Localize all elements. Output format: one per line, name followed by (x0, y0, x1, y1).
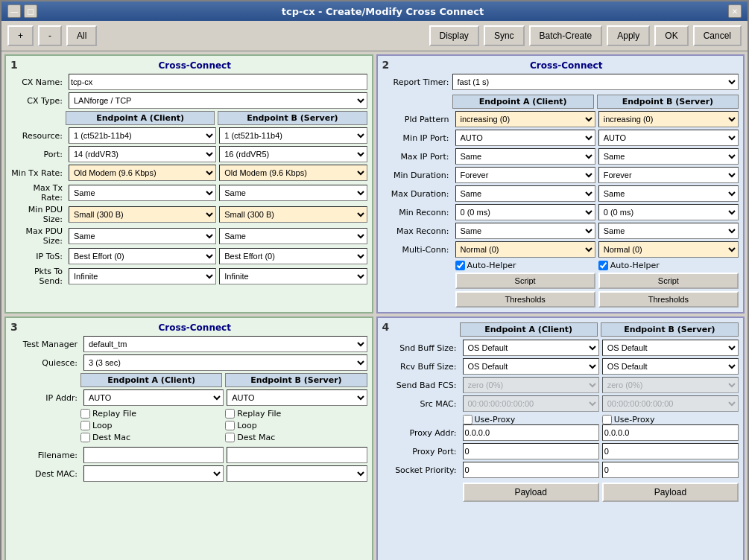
pkts-b-select[interactable]: Infinite (219, 268, 367, 284)
proxy-port-a-input[interactable] (463, 443, 599, 459)
panel-3-title: Cross-Connect (22, 322, 367, 333)
cx-type-select[interactable]: LANforge / TCP (69, 92, 367, 109)
report-timer-label: Report Timer: (382, 77, 449, 87)
max-ip-a-select[interactable]: Same (455, 148, 595, 165)
close-button[interactable]: ✕ (728, 4, 742, 18)
ip-tos-b-select[interactable]: Best Effort (0) (219, 248, 367, 264)
proxy-port-label: Proxy Port: (382, 447, 457, 456)
script-a-button[interactable]: Script (455, 273, 595, 289)
resource-b-select[interactable]: 1 (ct521b-11b4) (219, 127, 367, 144)
loop-b-checkbox[interactable] (225, 421, 235, 430)
filename-b-input[interactable] (227, 447, 367, 463)
test-mgr-select[interactable]: default_tm (83, 336, 367, 352)
min-dur-a-select[interactable]: Forever (455, 167, 595, 183)
cancel-button[interactable]: Cancel (693, 25, 742, 46)
report-timer-select[interactable]: fast (1 s) (452, 74, 739, 90)
replay-file-row: Replay File Replay File (80, 409, 367, 419)
max-tx-b-select[interactable]: Same (219, 185, 367, 201)
filename-row: Filename: (10, 447, 367, 463)
loop-a-checkbox[interactable] (80, 421, 90, 430)
min-dur-b-select[interactable]: Forever (598, 167, 739, 183)
min-tx-b-select[interactable]: Old Modem (9.6 Kbps) (219, 165, 367, 181)
auto-helper-a-checkbox[interactable] (455, 261, 465, 270)
thresholds-row: Thresholds Thresholds (455, 291, 739, 308)
minimize-button[interactable]: ― (7, 4, 21, 18)
min-ip-a-select[interactable]: AUTO (455, 130, 595, 146)
batch-create-button[interactable]: Batch-Create (529, 25, 603, 46)
max-pdu-a-select[interactable]: Same (69, 228, 216, 244)
proxy-addr-a-input[interactable] (463, 424, 599, 441)
cx-name-input[interactable] (69, 74, 367, 90)
replay-file-a-label: Replay File (92, 409, 136, 419)
dest-mac-b-checkbox[interactable] (225, 433, 235, 442)
apply-button[interactable]: Apply (607, 25, 650, 46)
min-reconn-a-select[interactable]: 0 (0 ms) (455, 204, 595, 220)
use-proxy-b-checkbox[interactable] (602, 415, 612, 424)
test-mgr-row: Test Manager default_tm (10, 336, 367, 352)
resource-a-select[interactable]: 1 (ct521b-11b4) (69, 127, 216, 144)
max-dur-a-select[interactable]: Same (455, 185, 595, 202)
ip-tos-a-select[interactable]: Best Effort (0) (69, 248, 216, 264)
add-button[interactable]: + (7, 25, 34, 46)
max-ip-b-select[interactable]: Same (598, 148, 739, 165)
display-button[interactable]: Display (429, 25, 479, 46)
src-mac-a-select: 00:00:00:00:00:00 (463, 395, 599, 412)
multi-conn-b-select[interactable]: Normal (0) (598, 241, 739, 258)
min-ip-b-select[interactable]: AUTO (598, 130, 739, 146)
replay-file-a-checkbox[interactable] (80, 409, 90, 419)
proxy-addr-b-input[interactable] (602, 424, 739, 441)
max-tx-label: Max Tx Rate: (10, 183, 63, 203)
auto-helper-b-checkbox[interactable] (598, 261, 608, 270)
dest-mac-row: Dest MAC: (10, 465, 367, 482)
min-pdu-a-select[interactable]: Small (300 B) (69, 206, 216, 223)
snd-buff-b-select[interactable]: OS Default (602, 340, 739, 356)
p4-ep-a-header: Endpoint A (Client) (460, 322, 598, 337)
thresholds-b-button[interactable]: Thresholds (598, 291, 739, 308)
thresholds-a-button[interactable]: Thresholds (455, 291, 595, 308)
filename-a-input[interactable] (83, 447, 224, 463)
proxy-port-b-input[interactable] (602, 443, 739, 459)
max-reconn-a-select[interactable]: Same (455, 223, 595, 239)
sync-button[interactable]: Sync (484, 25, 525, 46)
panel-2-number: 2 (382, 59, 390, 71)
rcv-buff-b-select[interactable]: OS Default (602, 358, 739, 375)
max-tx-a-select[interactable]: Same (69, 185, 216, 201)
socket-pri-a-input[interactable] (463, 462, 599, 478)
dest-mac-a-checkbox[interactable] (80, 433, 90, 442)
max-reconn-b-select[interactable]: Same (598, 223, 739, 239)
min-pdu-b-select[interactable]: Small (300 B) (219, 206, 367, 223)
max-reconn-row: Max Reconn: Same Same (382, 223, 739, 239)
port-a-select[interactable]: 14 (rddVR3) (69, 146, 216, 162)
delete-button[interactable]: - (38, 25, 62, 46)
snd-buff-a-select[interactable]: OS Default (463, 340, 599, 356)
replay-file-b-checkbox[interactable] (225, 409, 235, 419)
all-button[interactable]: All (66, 25, 97, 46)
payload-a-button[interactable]: Payload (463, 483, 599, 502)
pkts-a-select[interactable]: Infinite (69, 268, 216, 284)
max-dur-b-select[interactable]: Same (598, 185, 739, 202)
script-row: Script Script (455, 273, 739, 289)
min-reconn-b-select[interactable]: 0 (0 ms) (598, 204, 739, 220)
use-proxy-a-checkbox[interactable] (463, 415, 473, 424)
max-pdu-b-select[interactable]: Same (219, 228, 367, 244)
toolbar: + - All Display Sync Batch-Create Apply … (1, 21, 748, 51)
payload-b-button[interactable]: Payload (602, 483, 739, 502)
min-tx-label: Min Tx Rate: (10, 168, 63, 178)
quiesce-select[interactable]: 3 (3 sec) (83, 354, 367, 371)
src-mac-row: Src MAC: 00:00:00:00:00:00 00:00:00:00:0… (382, 395, 739, 412)
ip-addr-b-select[interactable]: AUTO (227, 389, 367, 406)
rcv-buff-a-select[interactable]: OS Default (463, 358, 599, 375)
maximize-button[interactable]: □ (24, 4, 37, 18)
dest-mac-a-select[interactable] (83, 465, 224, 482)
multi-conn-a-select[interactable]: Normal (0) (455, 241, 595, 258)
ip-addr-a-select[interactable]: AUTO (83, 389, 224, 406)
ok-button[interactable]: OK (654, 25, 688, 46)
ep-headers-row: Endpoint A (Client) Endpoint B (Server) (66, 111, 367, 125)
socket-pri-b-input[interactable] (602, 462, 739, 478)
dest-mac-b-select[interactable] (227, 465, 367, 482)
port-b-select[interactable]: 16 (rddVR5) (219, 146, 367, 162)
script-b-button[interactable]: Script (598, 273, 739, 289)
pld-b-select[interactable]: increasing (0) (598, 111, 739, 127)
pld-a-select[interactable]: increasing (0) (455, 111, 595, 127)
min-tx-a-select[interactable]: Old Modem (9.6 Kbps) (69, 165, 216, 181)
